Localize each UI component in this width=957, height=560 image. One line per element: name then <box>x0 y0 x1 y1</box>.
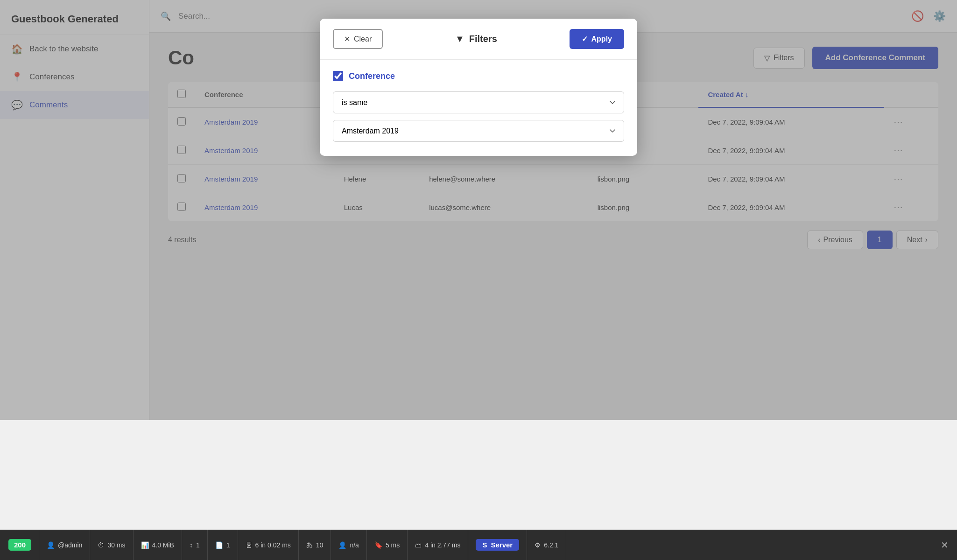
user-icon: 👤 <box>47 541 55 549</box>
status-version-item: ⚙ 6.2.1 <box>527 530 566 560</box>
db-writes-label: 1 <box>196 541 200 549</box>
modal-body: Conference is same is not contains does … <box>320 60 637 156</box>
db-reads-icon: 📄 <box>215 541 223 549</box>
status-user-item: 👤 n/a <box>331 530 366 560</box>
status-code-item: 200 <box>8 530 39 560</box>
modal-header: ✕ Clear ▼ Filters ✓ Apply <box>320 19 637 60</box>
admin-label: @admin <box>58 541 82 549</box>
status-db-reads-item: 📄 1 <box>208 530 238 560</box>
queries-icon: 🗄 <box>246 541 252 549</box>
status-db-writes-item: ↕ 1 <box>182 530 208 560</box>
memory-icon: 📊 <box>141 541 149 549</box>
clear-button[interactable]: ✕ Clear <box>333 29 383 49</box>
server-badge: S Server <box>476 539 519 551</box>
memory-label: 4.0 MiB <box>152 541 174 549</box>
x-icon: ✕ <box>344 35 350 43</box>
cache-label: 5 ms <box>386 541 400 549</box>
clock-icon: ⏱ <box>98 541 104 549</box>
conference-filter-checkbox[interactable] <box>333 71 343 81</box>
sf-icon: S <box>482 541 487 549</box>
trans-label: 10 <box>316 541 324 549</box>
trans-icon: あ <box>306 541 313 549</box>
status-server-item: S Server <box>468 530 527 560</box>
value-select[interactable]: Amsterdam 2019 Berlin 2020 Paris 2021 <box>333 120 624 142</box>
statusbar: 200 👤 @admin ⏱ 30 ms 📊 4.0 MiB ↕ 1 📄 1 🗄… <box>0 530 957 560</box>
filter-checkbox-row: Conference <box>333 71 624 81</box>
queries-label: 6 in 0.02 ms <box>255 541 291 549</box>
db-detail-label: 4 in 2.77 ms <box>425 541 460 549</box>
user2-icon: 👤 <box>338 541 346 549</box>
status-memory-item: 📊 4.0 MiB <box>134 530 182 560</box>
db-writes-icon: ↕ <box>190 541 193 549</box>
close-statusbar-button[interactable]: ✕ <box>933 530 949 560</box>
status-admin-item: 👤 @admin <box>39 530 90 560</box>
time-label: 30 ms <box>107 541 125 549</box>
status-time-item: ⏱ 30 ms <box>90 530 133 560</box>
conference-filter-label: Conference <box>349 71 395 81</box>
check-icon: ✓ <box>582 35 588 43</box>
status-code-badge: 200 <box>8 539 31 551</box>
cache-icon: 🔖 <box>374 541 382 549</box>
user-label: n/a <box>350 541 359 549</box>
db-detail-icon: 🗃 <box>415 541 422 549</box>
db-reads-label: 1 <box>226 541 230 549</box>
modal-title: ▼ Filters <box>455 34 497 44</box>
filters-modal: ✕ Clear ▼ Filters ✓ Apply Conference is … <box>320 19 637 156</box>
status-queries-item: 🗄 6 in 0.02 ms <box>238 530 299 560</box>
sf2-icon: ⚙ <box>535 541 541 549</box>
condition-select[interactable]: is same is not contains does not contain <box>333 91 624 113</box>
filter-funnel-icon: ▼ <box>455 34 464 44</box>
status-cache-item: 🔖 5 ms <box>367 530 408 560</box>
version-label: 6.2.1 <box>544 541 558 549</box>
apply-button[interactable]: ✓ Apply <box>570 29 624 49</box>
status-trans-item: あ 10 <box>299 530 331 560</box>
status-db-detail-item: 🗃 4 in 2.77 ms <box>408 530 468 560</box>
